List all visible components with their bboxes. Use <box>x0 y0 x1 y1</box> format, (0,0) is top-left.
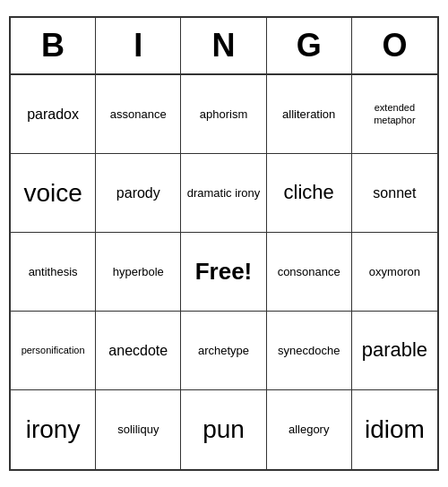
bingo-cell: aphorism <box>181 75 266 154</box>
cell-text: pun <box>202 414 245 445</box>
bingo-cell: synecdoche <box>267 312 352 390</box>
bingo-card: BINGO paradoxassonanceaphorismalliterati… <box>9 16 439 471</box>
bingo-cell: pun <box>181 390 266 469</box>
bingo-cell: soliliquy <box>96 390 181 469</box>
bingo-cell: extended metaphor <box>352 75 437 154</box>
bingo-cell: Free! <box>181 233 266 312</box>
cell-text: consonance <box>278 265 340 279</box>
cell-text: oxymoron <box>369 265 420 279</box>
cell-text: hyperbole <box>113 265 164 279</box>
header-letter-b: B <box>11 18 96 73</box>
cell-text: aphorism <box>200 107 247 122</box>
cell-text: dramatic irony <box>187 186 261 201</box>
bingo-grid: paradoxassonanceaphorismalliterationexte… <box>11 75 437 469</box>
cell-text: antithesis <box>29 265 78 279</box>
header-letter-o: O <box>352 18 437 73</box>
cell-text: Free! <box>195 258 253 286</box>
bingo-cell: irony <box>11 390 96 469</box>
cell-text: archetype <box>198 344 249 358</box>
bingo-cell: idiom <box>352 390 437 469</box>
bingo-cell: alliteration <box>267 75 352 154</box>
bingo-cell: assonance <box>96 75 181 154</box>
cell-text: alliteration <box>282 107 335 122</box>
bingo-cell: sonnet <box>352 154 437 233</box>
header-letter-g: G <box>267 18 352 73</box>
cell-text: personification <box>22 345 85 356</box>
cell-text: assonance <box>110 107 167 122</box>
bingo-header: BINGO <box>11 18 437 75</box>
bingo-cell: paradox <box>11 75 96 154</box>
bingo-cell: antithesis <box>11 233 96 312</box>
cell-text: parody <box>116 184 160 201</box>
cell-text: sonnet <box>373 184 416 201</box>
bingo-cell: parody <box>96 154 181 233</box>
cell-text: voice <box>23 178 82 209</box>
cell-text: idiom <box>365 414 425 445</box>
cell-text: paradox <box>27 106 79 123</box>
bingo-cell: voice <box>11 154 96 233</box>
cell-text: synecdoche <box>278 344 340 358</box>
bingo-cell: parable <box>352 312 437 390</box>
cell-text: parable <box>362 338 427 362</box>
bingo-cell: archetype <box>181 312 266 390</box>
bingo-cell: dramatic irony <box>181 154 266 233</box>
bingo-cell: cliche <box>267 154 352 233</box>
cell-text: allegory <box>289 423 330 437</box>
bingo-cell: personification <box>11 312 96 390</box>
cell-text: extended metaphor <box>356 102 434 125</box>
bingo-cell: consonance <box>267 233 352 312</box>
cell-text: cliche <box>284 181 334 204</box>
cell-text: anecdote <box>108 342 168 359</box>
cell-text: irony <box>26 414 81 445</box>
bingo-cell: oxymoron <box>352 233 437 312</box>
bingo-cell: anecdote <box>96 312 181 390</box>
header-letter-n: N <box>181 18 266 73</box>
bingo-cell: hyperbole <box>96 233 181 312</box>
bingo-cell: allegory <box>267 390 352 469</box>
cell-text: soliliquy <box>117 423 159 437</box>
header-letter-i: I <box>96 18 181 73</box>
